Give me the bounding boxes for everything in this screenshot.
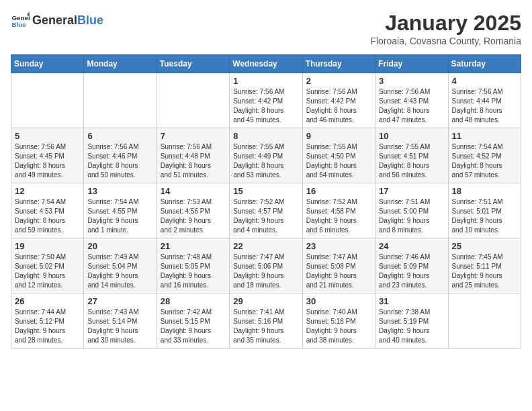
day-info: Sunrise: 7:50 AM Sunset: 5:02 PM Dayligh… bbox=[15, 253, 80, 290]
day-info: Sunrise: 7:55 AM Sunset: 4:50 PM Dayligh… bbox=[306, 142, 371, 180]
day-info: Sunrise: 7:56 AM Sunset: 4:48 PM Dayligh… bbox=[161, 142, 226, 180]
logo-blue: Blue bbox=[77, 13, 103, 28]
table-row bbox=[11, 73, 84, 128]
table-row: 28Sunrise: 7:42 AM Sunset: 5:15 PM Dayli… bbox=[157, 293, 229, 349]
day-number: 1 bbox=[233, 76, 298, 86]
day-number: 14 bbox=[161, 186, 226, 196]
table-row: 9Sunrise: 7:55 AM Sunset: 4:50 PM Daylig… bbox=[302, 128, 375, 183]
table-row: 22Sunrise: 7:47 AM Sunset: 5:06 PM Dayli… bbox=[230, 238, 302, 293]
day-number: 23 bbox=[306, 241, 371, 251]
table-row: 1Sunrise: 7:56 AM Sunset: 4:42 PM Daylig… bbox=[230, 73, 302, 128]
day-number: 31 bbox=[379, 296, 444, 306]
day-number: 3 bbox=[379, 76, 444, 86]
table-row: 27Sunrise: 7:43 AM Sunset: 5:14 PM Dayli… bbox=[84, 293, 157, 349]
day-number: 9 bbox=[306, 131, 371, 141]
table-row: 6Sunrise: 7:56 AM Sunset: 4:46 PM Daylig… bbox=[84, 128, 157, 183]
title-area: January 2025 Floroaia, Covasna County, R… bbox=[370, 11, 521, 46]
day-info: Sunrise: 7:55 AM Sunset: 4:51 PM Dayligh… bbox=[379, 142, 444, 180]
location-title: Floroaia, Covasna County, Romania bbox=[370, 36, 521, 46]
table-row: 11Sunrise: 7:54 AM Sunset: 4:52 PM Dayli… bbox=[448, 128, 521, 183]
day-info: Sunrise: 7:40 AM Sunset: 5:18 PM Dayligh… bbox=[306, 308, 371, 345]
table-row: 25Sunrise: 7:45 AM Sunset: 5:11 PM Dayli… bbox=[448, 238, 521, 293]
day-info: Sunrise: 7:56 AM Sunset: 4:45 PM Dayligh… bbox=[15, 142, 80, 180]
calendar-body: 1Sunrise: 7:56 AM Sunset: 4:42 PM Daylig… bbox=[11, 73, 521, 349]
table-row: 19Sunrise: 7:50 AM Sunset: 5:02 PM Dayli… bbox=[11, 238, 84, 293]
day-number: 27 bbox=[87, 296, 152, 306]
table-row: 17Sunrise: 7:51 AM Sunset: 5:00 PM Dayli… bbox=[375, 183, 448, 238]
table-row: 18Sunrise: 7:51 AM Sunset: 5:01 PM Dayli… bbox=[448, 183, 521, 238]
day-info: Sunrise: 7:54 AM Sunset: 4:53 PM Dayligh… bbox=[15, 197, 80, 235]
month-title: January 2025 bbox=[370, 11, 521, 36]
table-row: 23Sunrise: 7:47 AM Sunset: 5:08 PM Dayli… bbox=[302, 238, 375, 293]
day-info: Sunrise: 7:54 AM Sunset: 4:52 PM Dayligh… bbox=[452, 142, 517, 180]
logo: General Blue GeneralBlue bbox=[11, 11, 103, 30]
day-number: 15 bbox=[233, 186, 298, 196]
table-row: 13Sunrise: 7:54 AM Sunset: 4:55 PM Dayli… bbox=[84, 183, 157, 238]
header-thursday: Thursday bbox=[302, 55, 375, 73]
table-row: 5Sunrise: 7:56 AM Sunset: 4:45 PM Daylig… bbox=[11, 128, 84, 183]
day-info: Sunrise: 7:52 AM Sunset: 4:57 PM Dayligh… bbox=[233, 197, 298, 235]
table-row: 2Sunrise: 7:56 AM Sunset: 4:42 PM Daylig… bbox=[302, 73, 375, 128]
table-row: 3Sunrise: 7:56 AM Sunset: 4:43 PM Daylig… bbox=[375, 73, 448, 128]
header-saturday: Saturday bbox=[448, 55, 521, 73]
table-row: 14Sunrise: 7:53 AM Sunset: 4:56 PM Dayli… bbox=[157, 183, 229, 238]
day-number: 2 bbox=[306, 76, 371, 86]
day-info: Sunrise: 7:56 AM Sunset: 4:44 PM Dayligh… bbox=[452, 87, 517, 125]
table-row bbox=[84, 73, 157, 128]
table-row: 31Sunrise: 7:38 AM Sunset: 5:19 PM Dayli… bbox=[375, 293, 448, 349]
day-info: Sunrise: 7:56 AM Sunset: 4:43 PM Dayligh… bbox=[379, 87, 444, 125]
day-number: 8 bbox=[233, 131, 298, 141]
header-tuesday: Tuesday bbox=[157, 55, 229, 73]
day-info: Sunrise: 7:42 AM Sunset: 5:15 PM Dayligh… bbox=[161, 308, 226, 345]
calendar-header: Sunday Monday Tuesday Wednesday Thursday… bbox=[11, 55, 521, 73]
day-info: Sunrise: 7:56 AM Sunset: 4:42 PM Dayligh… bbox=[233, 87, 298, 125]
day-info: Sunrise: 7:52 AM Sunset: 4:58 PM Dayligh… bbox=[306, 197, 371, 235]
logo-general: General bbox=[32, 13, 77, 28]
svg-text:Blue: Blue bbox=[11, 21, 26, 28]
day-info: Sunrise: 7:41 AM Sunset: 5:16 PM Dayligh… bbox=[233, 308, 298, 345]
table-row: 4Sunrise: 7:56 AM Sunset: 4:44 PM Daylig… bbox=[448, 73, 521, 128]
day-number: 30 bbox=[306, 296, 371, 306]
header-friday: Friday bbox=[375, 55, 448, 73]
calendar-table: Sunday Monday Tuesday Wednesday Thursday… bbox=[11, 54, 521, 349]
day-number: 26 bbox=[15, 296, 80, 306]
day-info: Sunrise: 7:51 AM Sunset: 5:01 PM Dayligh… bbox=[452, 197, 517, 235]
day-number: 5 bbox=[15, 131, 80, 141]
logo-icon: General Blue bbox=[11, 11, 30, 30]
header-wednesday: Wednesday bbox=[230, 55, 302, 73]
day-number: 25 bbox=[452, 241, 517, 251]
day-info: Sunrise: 7:51 AM Sunset: 5:00 PM Dayligh… bbox=[379, 197, 444, 235]
day-number: 19 bbox=[15, 241, 80, 251]
day-number: 18 bbox=[452, 186, 517, 196]
day-number: 6 bbox=[87, 131, 152, 141]
table-row: 21Sunrise: 7:48 AM Sunset: 5:05 PM Dayli… bbox=[157, 238, 229, 293]
day-info: Sunrise: 7:53 AM Sunset: 4:56 PM Dayligh… bbox=[161, 197, 226, 235]
day-number: 28 bbox=[161, 296, 226, 306]
day-info: Sunrise: 7:45 AM Sunset: 5:11 PM Dayligh… bbox=[452, 253, 517, 290]
table-row: 12Sunrise: 7:54 AM Sunset: 4:53 PM Dayli… bbox=[11, 183, 84, 238]
day-info: Sunrise: 7:44 AM Sunset: 5:12 PM Dayligh… bbox=[15, 308, 80, 345]
day-info: Sunrise: 7:47 AM Sunset: 5:08 PM Dayligh… bbox=[306, 253, 371, 290]
day-number: 4 bbox=[452, 76, 517, 86]
day-number: 22 bbox=[233, 241, 298, 251]
header-monday: Monday bbox=[84, 55, 157, 73]
day-number: 29 bbox=[233, 296, 298, 306]
day-number: 20 bbox=[87, 241, 152, 251]
day-info: Sunrise: 7:49 AM Sunset: 5:04 PM Dayligh… bbox=[87, 253, 152, 290]
header-sunday: Sunday bbox=[11, 55, 84, 73]
table-row: 24Sunrise: 7:46 AM Sunset: 5:09 PM Dayli… bbox=[375, 238, 448, 293]
table-row: 16Sunrise: 7:52 AM Sunset: 4:58 PM Dayli… bbox=[302, 183, 375, 238]
day-info: Sunrise: 7:47 AM Sunset: 5:06 PM Dayligh… bbox=[233, 253, 298, 290]
day-number: 11 bbox=[452, 131, 517, 141]
day-number: 12 bbox=[15, 186, 80, 196]
day-number: 24 bbox=[379, 241, 444, 251]
day-info: Sunrise: 7:38 AM Sunset: 5:19 PM Dayligh… bbox=[379, 308, 444, 345]
table-row bbox=[448, 293, 521, 349]
table-row: 15Sunrise: 7:52 AM Sunset: 4:57 PM Dayli… bbox=[230, 183, 302, 238]
day-info: Sunrise: 7:48 AM Sunset: 5:05 PM Dayligh… bbox=[161, 253, 226, 290]
day-info: Sunrise: 7:46 AM Sunset: 5:09 PM Dayligh… bbox=[379, 253, 444, 290]
day-number: 13 bbox=[87, 186, 152, 196]
table-row: 20Sunrise: 7:49 AM Sunset: 5:04 PM Dayli… bbox=[84, 238, 157, 293]
day-number: 21 bbox=[161, 241, 226, 251]
day-info: Sunrise: 7:56 AM Sunset: 4:42 PM Dayligh… bbox=[306, 87, 371, 125]
